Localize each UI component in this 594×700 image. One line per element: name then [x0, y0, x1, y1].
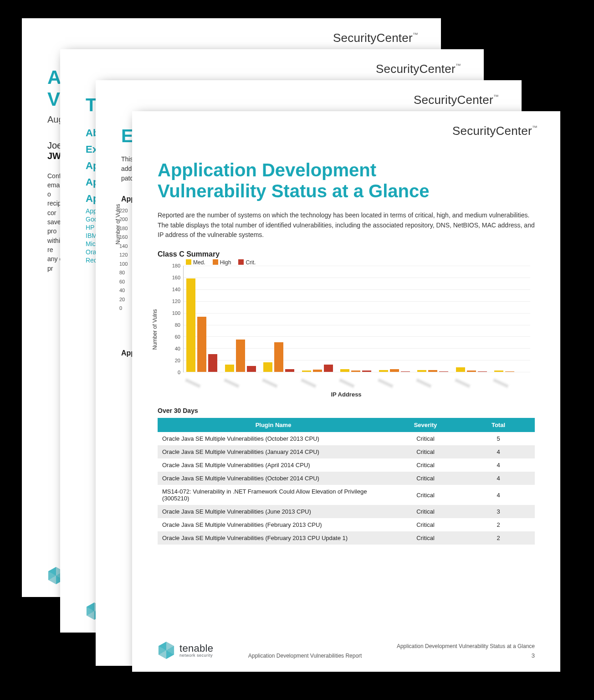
grid-line	[184, 266, 530, 266]
grid-line	[184, 325, 530, 325]
brand-name: SecurityCenter	[414, 93, 493, 107]
page-4-status-glance: SecurityCenter™ Application Development …	[132, 111, 560, 672]
bar	[439, 371, 448, 372]
th-plugin-name: Plugin Name	[158, 418, 389, 432]
grid-line	[184, 278, 530, 278]
cell-plugin-name: Oracle Java SE Multiple Vulnerabilities …	[158, 472, 389, 485]
ytick-label: 140	[166, 287, 180, 292]
mini-ytick: 80	[119, 270, 128, 275]
cell-total: 5	[462, 432, 535, 445]
ytick-label: 100	[166, 310, 180, 316]
bar-group	[186, 278, 220, 372]
cell-plugin-name: Oracle Java SE Multiple Vulnerabilities …	[158, 445, 389, 458]
ytick-label: 160	[166, 275, 180, 280]
cell-total: 4	[462, 472, 535, 485]
grid-line	[184, 372, 530, 372]
chart-ylabel: Number of Vulns	[152, 309, 158, 350]
bar	[417, 370, 426, 372]
trademark-icon: ™	[532, 124, 538, 131]
legend-med: Med.	[186, 259, 205, 266]
chart-legend: Med. High Crit.	[186, 259, 256, 266]
xcat-label: xxxxxxx	[339, 377, 355, 389]
legend-crit: Crit.	[238, 259, 256, 266]
th-severity: Severity	[389, 418, 462, 432]
bar	[379, 370, 388, 372]
cell-total: 4	[462, 458, 535, 472]
cell-plugin-name: Oracle Java SE Multiple Vulnerabilities …	[158, 458, 389, 472]
page-number: 3	[397, 652, 535, 659]
cell-severity: Critical	[389, 458, 462, 472]
bar	[285, 369, 294, 372]
bar-group	[302, 365, 335, 372]
xcat-label: xxxxxxx	[493, 377, 509, 389]
trademark-icon: ™	[413, 31, 418, 38]
ytick-label: 0	[166, 370, 180, 375]
swatch-high-icon	[213, 259, 218, 265]
cell-plugin-name: Oracle Java SE Multiple Vulnerabilities …	[158, 432, 389, 445]
bar	[351, 371, 360, 372]
table-row: Oracle Java SE Multiple Vulnerabilities …	[158, 505, 535, 518]
bar-group	[494, 371, 527, 372]
tenable-logo: tenable network security	[158, 642, 213, 659]
brand-logo: SecurityCenter™	[376, 62, 461, 76]
table-title: Over 30 Days	[158, 407, 535, 414]
table-row: Oracle Java SE Multiple Vulnerabilities …	[158, 458, 535, 472]
bar	[401, 371, 410, 372]
bar-group	[417, 370, 451, 372]
trademark-icon: ™	[493, 93, 499, 100]
legend-crit-label: Crit.	[246, 259, 256, 266]
cell-plugin-name: MS14-072: Vulnerability in .NET Framewor…	[158, 485, 389, 505]
xcat-label: xxxxxxx	[184, 377, 201, 389]
class-c-chart: Med. High Crit. Number of Vulns IP Addre…	[158, 261, 535, 398]
swatch-med-icon	[186, 259, 191, 265]
mini-ytick: 160	[119, 234, 128, 240]
cell-total: 4	[462, 445, 535, 458]
brand-logo: SecurityCenter™	[333, 31, 418, 45]
vuln-table: Plugin Name Severity Total Oracle Java S…	[158, 418, 535, 545]
bar	[274, 342, 283, 372]
table-row: Oracle Java SE Multiple Vulnerabilities …	[158, 432, 535, 445]
bar	[236, 340, 245, 372]
document-stack: SecurityCenter™ App Vul August 2 Joe Wei…	[0, 0, 594, 700]
table-row: Oracle Java SE Multiple Vulnerabilities …	[158, 518, 535, 531]
table-row: Oracle Java SE Multiple Vulnerabilities …	[158, 531, 535, 545]
bar	[494, 371, 503, 372]
cell-severity: Critical	[389, 432, 462, 445]
bar	[225, 365, 234, 372]
grid-line	[184, 301, 530, 302]
chart-xlabel: IP Address	[158, 391, 535, 398]
bar	[390, 369, 399, 372]
hex-icon	[158, 642, 175, 659]
brand-logo: SecurityCenter™	[414, 93, 499, 107]
grid-line	[184, 313, 530, 314]
table-row: Oracle Java SE Multiple Vulnerabilities …	[158, 472, 535, 485]
swatch-crit-icon	[238, 259, 244, 265]
brand-name: SecurityCenter	[376, 62, 456, 76]
xcat-label: xxxxxxx	[261, 377, 278, 389]
page-heading: Application Development Vulnerability St…	[158, 160, 535, 201]
bar	[247, 366, 256, 372]
bar	[197, 317, 206, 372]
logo-main: tenable	[179, 643, 213, 654]
mini-ytick: 20	[119, 297, 128, 302]
table-header-row: Plugin Name Severity Total	[158, 418, 535, 432]
chart-plot-area	[183, 266, 530, 372]
cell-severity: Critical	[389, 505, 462, 518]
cell-total: 3	[462, 505, 535, 518]
logo-sub: network security	[179, 654, 213, 658]
mini-ytick: 40	[119, 288, 128, 293]
bar	[505, 371, 514, 372]
trademark-icon: ™	[456, 62, 461, 69]
bar-group	[263, 342, 297, 372]
cell-plugin-name: Oracle Java SE Multiple Vulnerabilities …	[158, 505, 389, 518]
table-row: Oracle Java SE Multiple Vulnerabilities …	[158, 445, 535, 458]
bar-group	[379, 369, 412, 372]
mini-ytick: 60	[119, 279, 128, 284]
bar	[313, 370, 322, 372]
ytick-label: 120	[166, 299, 180, 304]
xcat-label: xxxxxxx	[377, 377, 394, 389]
grid-line	[184, 289, 530, 290]
legend-high-label: High	[220, 259, 231, 266]
cell-severity: Critical	[389, 531, 462, 545]
xcat-label: xxxxxxx	[300, 377, 317, 389]
